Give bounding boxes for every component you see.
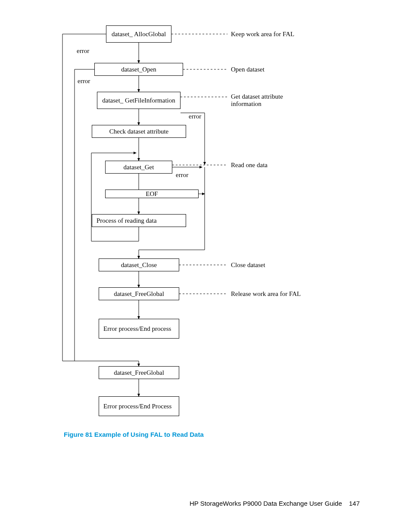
box-alloc-global: dataset_ AllocGlobal bbox=[106, 25, 171, 43]
annot-get: Read one data bbox=[231, 162, 268, 169]
box-error-end-1: Error process/End process bbox=[99, 319, 179, 339]
annot-alloc: Keep work area for FAL bbox=[231, 31, 294, 38]
box-free-global-1: dataset_FreeGlobal bbox=[99, 287, 179, 300]
annot-getinfo: Get dataset attribute information bbox=[231, 93, 300, 108]
annot-free: Release work area for FAL bbox=[231, 290, 301, 298]
err-label-alloc: error bbox=[77, 47, 89, 55]
box-get: dataset_Get bbox=[105, 161, 172, 174]
box-check-attribute: Check dataset attribute bbox=[92, 125, 186, 138]
box-close: dataset_Close bbox=[99, 258, 179, 271]
box-free-global-2: dataset_FreeGlobal bbox=[99, 366, 179, 379]
flowchart-lines bbox=[0, 0, 411, 532]
annot-open: Open dataset bbox=[231, 66, 265, 73]
annot-close: Close dataset bbox=[231, 261, 265, 269]
box-error-end-2: Error process/End Process bbox=[99, 396, 179, 416]
footer-text: HP StorageWorks P9000 Data Exchange User… bbox=[190, 500, 342, 507]
box-eof: EOF bbox=[105, 190, 199, 198]
figure-caption: Figure 81 Example of Using FAL to Read D… bbox=[64, 431, 204, 438]
box-process-reading: Process of reading data bbox=[92, 214, 186, 227]
err-label-open: error bbox=[78, 78, 90, 85]
box-open: dataset_Open bbox=[94, 63, 183, 76]
page-number: 147 bbox=[349, 500, 360, 507]
err-label-get: error bbox=[176, 171, 188, 179]
err-label-getinfo: error bbox=[189, 113, 201, 120]
box-get-file-information: dataset_ GetFileInformation bbox=[97, 92, 181, 109]
